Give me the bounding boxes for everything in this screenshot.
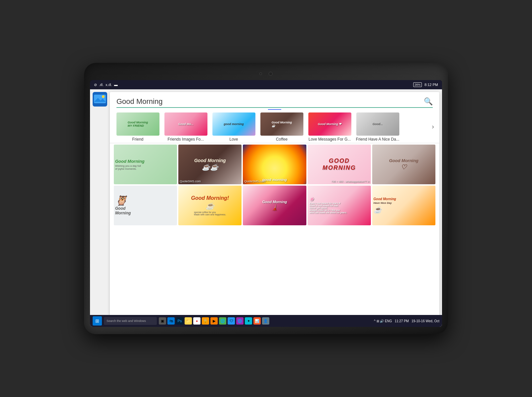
image-card-8[interactable]: Good Morning 🗼 xyxy=(243,186,306,225)
front-camera xyxy=(269,72,273,76)
carousel-next-button[interactable]: › xyxy=(432,123,434,130)
category-love[interactable]: good morning Love xyxy=(210,112,258,142)
search-query-text: Good Morning xyxy=(116,97,424,106)
image-card-5[interactable]: Good Morning ♡ xyxy=(372,145,435,184)
app-icon-10[interactable]: 🌐 xyxy=(236,317,244,325)
category-love-msg-img: Good Morning ❤ xyxy=(308,112,351,136)
search-area: Good Morning 🔍 xyxy=(110,92,439,110)
battery-indicator: 26% xyxy=(413,82,422,87)
tablet-top-bar xyxy=(90,69,442,79)
category-friend[interactable]: Good MorningMY FRIEND Friend xyxy=(114,112,162,142)
photoshop-icon[interactable]: Ps xyxy=(176,317,183,325)
category-friend-label: Friend xyxy=(132,137,143,142)
category-love-label: Love xyxy=(229,137,238,142)
image-card-4[interactable]: GOOD MORNING 735 × 483 - whatsappstatus7… xyxy=(308,145,371,184)
category-friend-img: Good MorningMY FRIEND xyxy=(116,112,159,136)
photos-app-icon[interactable] xyxy=(93,92,107,107)
images-row-1: Good Morning Wishing you a day fullof jo… xyxy=(114,145,435,184)
image-overlay-3: 735 × 483 - whatsappstatus77 in xyxy=(331,180,370,183)
browser-window: Good Morning 🔍 Good MorningMY FRIEND Fri… xyxy=(110,92,439,324)
app-icon-11[interactable]: ✦ xyxy=(245,317,252,325)
svg-point-3 xyxy=(102,95,105,98)
image-card-10[interactable]: Good Morning Have Nice Day ☕ xyxy=(372,186,435,225)
image-card-2[interactable]: Good Morning ☕☕ QuoteSMS.com xyxy=(178,145,242,184)
image-card-3[interactable]: good morning QuoteSMS.com xyxy=(243,145,306,184)
taskbar-icons-group: ▣ 🛍 Ps 📁 ● 🔒 ▶ 🌐 🛡 🌐 ✦ 📊 👤 xyxy=(159,317,269,325)
app-icon-6[interactable]: 🔒 xyxy=(202,317,209,325)
app-icon-8[interactable]: 🌐 xyxy=(219,317,226,325)
status-bar: ⊘ .ıll. x.ıll. ▬ 26% 8:12 PM xyxy=(90,80,442,89)
image-card-6[interactable]: 🦉 GoodMorning xyxy=(114,186,177,225)
category-friend-nice[interactable]: Good... Friend Have A Nice Da... xyxy=(354,112,402,142)
category-coffee-label: Coffee xyxy=(276,137,288,142)
camera-sensor xyxy=(259,72,262,75)
status-left: ⊘ .ıll. x.ıll. ▬ xyxy=(94,83,118,87)
windows-start-button[interactable]: ⊞ xyxy=(93,316,102,326)
image-card-1[interactable]: Good Morning Wishing you a day fullof jo… xyxy=(114,145,177,184)
taskbar-system-tray: ^ ⊞ 🔊 ENG 11:27 PM 19-10-16 Wed, Oct xyxy=(374,319,439,323)
category-love-msg-label: Love Messages For G... xyxy=(308,137,351,142)
taskbar: ⊞ Search the web and Windows ▣ 🛍 Ps 📁 ● … xyxy=(90,315,442,327)
tablet-screen: ⊘ .ıll. x.ıll. ▬ 26% 8:12 PM xyxy=(90,80,442,327)
app-icon-12[interactable]: 📊 xyxy=(253,317,261,325)
signal-icon2: x.ıll. xyxy=(106,83,112,87)
taskbar-search-placeholder: Search the web and Windows xyxy=(107,319,146,323)
images-grid: Good Morning Wishing you a day fullof jo… xyxy=(110,143,439,320)
category-love-messages[interactable]: Good Morning ❤ Love Messages For G... xyxy=(306,112,354,142)
image-card-9[interactable]: 🌸 Eyes r not meant for tears ifheart is … xyxy=(308,186,371,225)
category-friend-nice-img: Good... xyxy=(356,112,399,136)
app-icon-13[interactable]: 👤 xyxy=(262,317,269,325)
screen-icon: ▬ xyxy=(114,83,118,87)
version-text: Version: 1.0 xyxy=(90,308,442,312)
category-friends-label: Friends Images Fo... xyxy=(167,137,204,142)
category-coffee[interactable]: Good Morning☕ Coffee xyxy=(258,112,306,142)
system-tray-icons: ^ ⊞ 🔊 ENG xyxy=(374,319,392,323)
category-friend-nice-label: Friend Have A Nice Da... xyxy=(356,137,399,142)
image-overlay-1: QuoteSMS.com xyxy=(180,180,201,183)
taskbar-search-box[interactable]: Search the web and Windows xyxy=(104,317,157,325)
category-love-img: good morning xyxy=(212,112,255,136)
categories-row: Good MorningMY FRIEND Friend Good Mo... … xyxy=(110,110,439,143)
store-icon[interactable]: 🛍 xyxy=(167,317,175,325)
image-card-7[interactable]: Good Morning! ☕ special coffee for youMa… xyxy=(178,186,242,225)
app-icon-9[interactable]: 🛡 xyxy=(228,317,235,325)
task-view-button[interactable]: ▣ xyxy=(159,317,166,325)
tablet-device: ⊘ .ıll. x.ıll. ▬ 26% 8:12 PM xyxy=(84,63,448,334)
folder-icon[interactable]: 📁 xyxy=(185,317,192,325)
vlc-icon[interactable]: ▶ xyxy=(210,317,218,325)
windows-logo-icon: ⊞ xyxy=(95,318,99,324)
category-friends-images[interactable]: Good Mo... Friends Images Fo... xyxy=(162,112,210,142)
clock-display: 8:12 PM xyxy=(424,83,438,87)
category-coffee-img: Good Morning☕ xyxy=(260,112,303,136)
category-friends-img: Good Mo... xyxy=(164,112,207,136)
search-button[interactable]: 🔍 xyxy=(424,97,433,106)
signal-icon: .ıll. xyxy=(99,83,104,87)
taskbar-clock: 11:27 PM xyxy=(395,319,409,323)
image-overlay-2: QuoteSMS.com xyxy=(244,180,265,183)
chrome-icon[interactable]: ● xyxy=(193,317,200,325)
images-row-2: 🦉 GoodMorning Good Morning! ☕ special co… xyxy=(114,186,435,225)
wifi-icon: ⊘ xyxy=(94,83,97,87)
status-right: 26% 8:12 PM xyxy=(413,82,438,87)
search-row: Good Morning 🔍 xyxy=(116,97,433,108)
app-screen: Good Morning 🔍 Good MorningMY FRIEND Fri… xyxy=(90,89,442,327)
taskbar-date: 19-10-16 Wed, Oct xyxy=(412,319,439,323)
